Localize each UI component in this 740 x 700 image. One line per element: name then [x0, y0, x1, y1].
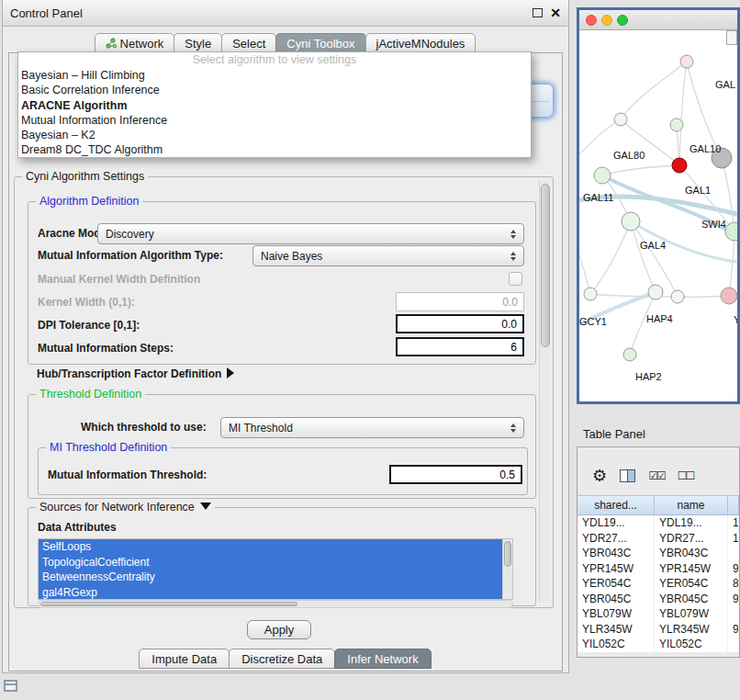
tab-cyni-toolbox[interactable]: Cyni Toolbox: [275, 33, 365, 53]
kernel-width-input[interactable]: [396, 292, 524, 311]
table-row[interactable]: YBL079W YBL079W: [577, 606, 739, 622]
table-row[interactable]: YBR043C YBR043C: [577, 546, 739, 561]
which-threshold-select[interactable]: MI Threshold: [220, 417, 524, 438]
dpi-tolerance-input[interactable]: [396, 314, 524, 333]
expanded-arrow-icon: [200, 502, 211, 510]
table-row[interactable]: YDR27... YDR27... 12: [577, 531, 739, 547]
node-GAL80[interactable]: [614, 113, 627, 126]
node-GAL4[interactable]: [622, 212, 640, 231]
aracne-mode-select[interactable]: Discovery: [97, 223, 524, 244]
control-panel-tab-bar: Network Style Select Cyni Toolbox jActiv…: [3, 32, 568, 53]
tab-jactivemnodules[interactable]: jActiveMNodules: [365, 33, 477, 53]
network-node-pink[interactable]: [721, 288, 737, 304]
mi-type-label: Mutual Information Algorithm Type:: [38, 249, 223, 262]
table-row[interactable]: YDL19... YDL19... 13: [577, 515, 739, 531]
dpi-tolerance-label: DPI Tolerance [0,1]:: [38, 319, 140, 332]
table-row[interactable]: YPR145W YPR145W 9.: [577, 561, 739, 577]
hub-section-label: Hub/Transcription Factor Definition: [37, 367, 221, 380]
manual-kernel-checkbox[interactable]: [509, 272, 522, 286]
sources-toggle[interactable]: Sources for Network Inference: [36, 501, 215, 514]
which-threshold-label: Which threshold to use:: [81, 421, 207, 434]
attribute-item-selected[interactable]: gal4RGexp: [39, 585, 502, 601]
deselect-all-icon[interactable]: ☐☐: [678, 469, 694, 482]
network-edges: [579, 62, 737, 355]
tab-impute-data[interactable]: Impute Data: [139, 649, 230, 669]
node-GCY1[interactable]: [584, 288, 597, 300]
algorithm-dropdown-popup: Select algorithm to view settings Bayesi…: [17, 51, 532, 158]
select-all-icon[interactable]: ☑☑: [648, 469, 665, 482]
which-threshold-value: MI Threshold: [229, 422, 293, 435]
cell-shared-name: YBR043C: [577, 546, 655, 561]
node-HAP4[interactable]: [648, 285, 663, 299]
tab-discretize-data[interactable]: Discretize Data: [229, 649, 335, 669]
cell-name: YLR345W: [655, 622, 728, 638]
cell-name: YBL079W: [655, 606, 728, 622]
attribute-item-selected[interactable]: TopologicalCoefficient: [39, 555, 502, 570]
network-node[interactable]: [680, 55, 693, 68]
combo-stepper-icon: [510, 423, 516, 433]
network-node-labels: GAL GAL80 GAL10 GAL11 GAL1 SWI4 GAL4 GCY…: [579, 79, 737, 382]
mac-minimize-icon[interactable]: [601, 15, 612, 26]
attributes-vscroll-thumb[interactable]: [504, 541, 511, 567]
attributes-vertical-scrollbar[interactable]: [502, 539, 512, 600]
tab-label: Network: [120, 37, 164, 51]
algorithm-option[interactable]: Mutual Information Inference: [18, 113, 531, 128]
node-label-HAP2: HAP2: [635, 371, 662, 382]
node-label: Y: [734, 314, 737, 325]
control-panel-titlebar[interactable]: Control Panel ✕: [3, 0, 568, 27]
node-table: shared... name YDL19... YDL19... 13 YDR2…: [577, 495, 739, 652]
node-SWI4[interactable]: [725, 222, 737, 241]
mi-threshold-group: MI Threshold Definition Mutual Informati…: [38, 447, 528, 495]
panel-dock-icon[interactable]: [4, 680, 17, 692]
attribute-item-selected[interactable]: SelfLoops: [39, 539, 502, 555]
cell-extra: [728, 546, 739, 561]
algorithm-option[interactable]: Bayesian – K2: [18, 128, 531, 142]
gear-icon[interactable]: ⚙: [592, 468, 607, 484]
settings-scrollbar-thumb[interactable]: [541, 184, 550, 347]
tab-infer-network[interactable]: Infer Network: [334, 649, 431, 669]
tab-label: jActiveMNodules: [376, 37, 465, 51]
table-row[interactable]: YBR045C YBR045C 9.: [577, 592, 739, 607]
algorithm-option[interactable]: Basic Correlation Inference: [18, 83, 531, 97]
control-panel-title: Control Panel: [10, 6, 83, 20]
columns-icon[interactable]: [620, 469, 635, 482]
table-row[interactable]: YIL052C YIL052C: [577, 637, 739, 652]
mi-threshold-input[interactable]: [389, 465, 522, 484]
node-label-SWI4: SWI4: [701, 219, 726, 230]
node-HAP2[interactable]: [623, 348, 636, 361]
network-node-red[interactable]: [672, 158, 687, 173]
table-row[interactable]: YLR345W YLR345W 9.: [577, 622, 739, 638]
mi-type-select[interactable]: Naive Bayes: [252, 245, 524, 266]
settings-scrollbar[interactable]: [539, 180, 551, 603]
column-header-name[interactable]: name: [655, 496, 728, 514]
mac-zoom-icon[interactable]: [617, 15, 628, 26]
hub-section-toggle[interactable]: Hub/Transcription Factor Definition: [37, 367, 234, 380]
table-panel-toolbar: ⚙ ☑☑ ☐☐: [577, 462, 739, 490]
tab-style[interactable]: Style: [174, 33, 222, 53]
threshold-definition-title: Threshold Definition: [36, 388, 145, 401]
attributes-hscroll-thumb[interactable]: [40, 602, 297, 606]
tab-select[interactable]: Select: [221, 33, 276, 53]
tab-network[interactable]: Network: [95, 33, 175, 53]
algorithm-option[interactable]: Bayesian – Hill Climbing: [18, 68, 531, 83]
tab-label: Cyni Toolbox: [286, 37, 354, 51]
network-canvas[interactable]: GAL GAL80 GAL10 GAL11 GAL1 SWI4 GAL4 GCY…: [579, 30, 737, 401]
attributes-horizontal-scrollbar[interactable]: [38, 600, 513, 608]
data-attributes-list[interactable]: SelfLoops TopologicalCoefficient Between…: [38, 538, 513, 600]
attribute-item-selected[interactable]: BetweennessCentrality: [39, 570, 502, 585]
network-node[interactable]: [671, 290, 684, 303]
network-node[interactable]: [670, 119, 683, 131]
algorithm-option[interactable]: Dream8 DC_TDC Algorithm: [18, 142, 531, 157]
column-header-shared-name[interactable]: shared...: [577, 496, 655, 514]
mac-close-icon[interactable]: [586, 15, 597, 26]
close-icon[interactable]: ✕: [550, 6, 561, 19]
mi-steps-input[interactable]: [396, 337, 524, 356]
network-window-titlebar[interactable]: [579, 10, 737, 30]
column-header-extra[interactable]: [728, 496, 739, 514]
algorithm-option-selected[interactable]: ARACNE Algorithm: [18, 98, 531, 113]
table-row[interactable]: YER054C YER054C 8.: [577, 576, 739, 592]
node-GAL11[interactable]: [594, 167, 611, 184]
node-label-GAL11: GAL11: [583, 192, 613, 203]
apply-button[interactable]: Apply: [247, 620, 311, 639]
float-window-icon[interactable]: [533, 8, 543, 17]
